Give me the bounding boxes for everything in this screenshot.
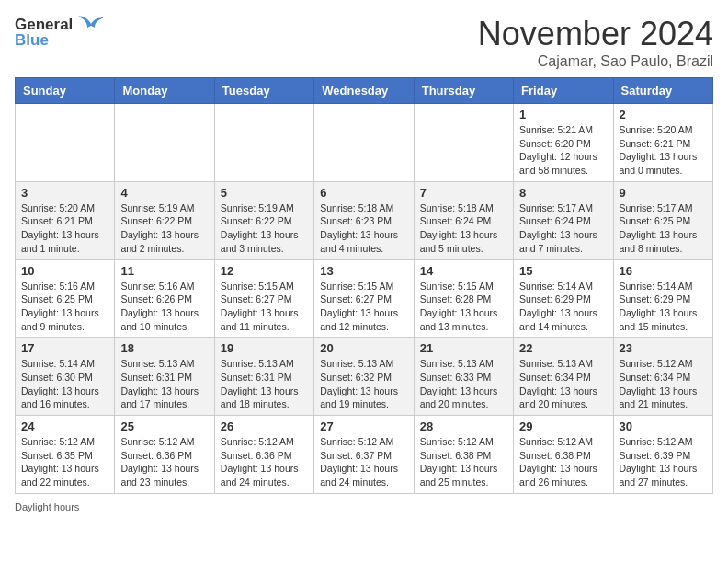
day-info: Sunrise: 5:12 AM Sunset: 6:38 PM Dayligh…	[519, 435, 607, 489]
day-number: 8	[519, 186, 607, 200]
calendar-table: SundayMondayTuesdayWednesdayThursdayFrid…	[15, 77, 713, 494]
day-number: 2	[620, 108, 707, 121]
week-row-1: 3Sunrise: 5:20 AM Sunset: 6:21 PM Daylig…	[16, 181, 713, 259]
day-number: 23	[620, 341, 707, 355]
calendar-cell: 3Sunrise: 5:20 AM Sunset: 6:21 PM Daylig…	[16, 181, 115, 259]
week-row-0: 1Sunrise: 5:21 AM Sunset: 6:20 PM Daylig…	[16, 104, 713, 182]
day-info: Sunrise: 5:12 AM Sunset: 6:36 PM Dayligh…	[120, 435, 208, 489]
day-number: 21	[420, 341, 507, 355]
day-number: 13	[320, 264, 407, 278]
calendar-cell: 18Sunrise: 5:13 AM Sunset: 6:31 PM Dayli…	[115, 338, 214, 416]
day-info: Sunrise: 5:20 AM Sunset: 6:21 PM Dayligh…	[620, 123, 707, 178]
calendar-cell: 13Sunrise: 5:15 AM Sunset: 6:27 PM Dayli…	[314, 259, 414, 338]
calendar-cell: 21Sunrise: 5:13 AM Sunset: 6:33 PM Dayli…	[414, 338, 513, 416]
day-info: Sunrise: 5:12 AM Sunset: 6:38 PM Dayligh…	[420, 435, 507, 489]
day-number: 16	[620, 264, 707, 278]
day-info: Sunrise: 5:13 AM Sunset: 6:31 PM Dayligh…	[120, 357, 208, 411]
day-info: Sunrise: 5:17 AM Sunset: 6:24 PM Dayligh…	[519, 201, 607, 256]
day-info: Sunrise: 5:15 AM Sunset: 6:28 PM Dayligh…	[420, 280, 507, 334]
calendar-cell: 6Sunrise: 5:18 AM Sunset: 6:23 PM Daylig…	[314, 181, 414, 259]
calendar-cell: 8Sunrise: 5:17 AM Sunset: 6:24 PM Daylig…	[514, 181, 613, 259]
logo: General Blue	[15, 15, 106, 50]
header-thursday: Thursday	[414, 78, 513, 104]
day-info: Sunrise: 5:19 AM Sunset: 6:22 PM Dayligh…	[221, 201, 308, 256]
calendar-cell: 30Sunrise: 5:12 AM Sunset: 6:39 PM Dayli…	[613, 416, 712, 494]
day-info: Sunrise: 5:13 AM Sunset: 6:31 PM Dayligh…	[221, 357, 308, 411]
day-number: 30	[620, 419, 707, 433]
calendar-cell: 16Sunrise: 5:14 AM Sunset: 6:29 PM Dayli…	[613, 259, 712, 338]
title-area: November 2024 Cajamar, Sao Paulo, Brazil	[478, 15, 713, 70]
day-number: 22	[519, 341, 607, 355]
day-number: 11	[120, 264, 208, 278]
day-number: 4	[120, 186, 208, 200]
calendar-cell: 2Sunrise: 5:20 AM Sunset: 6:21 PM Daylig…	[613, 104, 712, 182]
calendar-cell	[115, 104, 214, 182]
calendar-cell: 26Sunrise: 5:12 AM Sunset: 6:36 PM Dayli…	[214, 416, 313, 494]
header-monday: Monday	[115, 78, 214, 104]
day-info: Sunrise: 5:15 AM Sunset: 6:27 PM Dayligh…	[221, 280, 308, 334]
calendar-cell: 10Sunrise: 5:16 AM Sunset: 6:25 PM Dayli…	[16, 259, 115, 338]
day-number: 25	[120, 419, 208, 433]
calendar-cell: 29Sunrise: 5:12 AM Sunset: 6:38 PM Dayli…	[514, 416, 613, 494]
day-info: Sunrise: 5:12 AM Sunset: 6:39 PM Dayligh…	[620, 435, 707, 489]
day-info: Sunrise: 5:18 AM Sunset: 6:23 PM Dayligh…	[320, 201, 407, 256]
day-info: Sunrise: 5:13 AM Sunset: 6:34 PM Dayligh…	[519, 357, 607, 411]
day-number: 14	[420, 264, 507, 278]
day-info: Sunrise: 5:14 AM Sunset: 6:30 PM Dayligh…	[21, 357, 108, 411]
header-sunday: Sunday	[16, 78, 115, 104]
calendar-cell	[314, 104, 414, 182]
day-info: Sunrise: 5:15 AM Sunset: 6:27 PM Dayligh…	[320, 280, 407, 334]
calendar-cell	[414, 104, 513, 182]
day-number: 3	[21, 186, 108, 200]
day-info: Sunrise: 5:14 AM Sunset: 6:29 PM Dayligh…	[519, 280, 607, 334]
day-number: 1	[519, 108, 607, 121]
day-number: 26	[221, 419, 308, 433]
day-number: 15	[519, 264, 607, 278]
calendar-cell: 9Sunrise: 5:17 AM Sunset: 6:25 PM Daylig…	[613, 181, 712, 259]
day-info: Sunrise: 5:14 AM Sunset: 6:29 PM Dayligh…	[620, 280, 707, 334]
header-saturday: Saturday	[613, 78, 712, 104]
day-info: Sunrise: 5:13 AM Sunset: 6:32 PM Dayligh…	[320, 357, 407, 411]
day-info: Sunrise: 5:12 AM Sunset: 6:36 PM Dayligh…	[221, 435, 308, 489]
footer: Daylight hours	[15, 501, 713, 512]
day-info: Sunrise: 5:13 AM Sunset: 6:33 PM Dayligh…	[420, 357, 507, 411]
day-number: 9	[620, 186, 707, 200]
day-number: 12	[221, 264, 308, 278]
calendar-cell: 28Sunrise: 5:12 AM Sunset: 6:38 PM Dayli…	[414, 416, 513, 494]
calendar-cell	[214, 104, 313, 182]
day-number: 6	[320, 186, 407, 200]
calendar-cell: 23Sunrise: 5:12 AM Sunset: 6:34 PM Dayli…	[613, 338, 712, 416]
header-friday: Friday	[514, 78, 613, 104]
header-tuesday: Tuesday	[214, 78, 313, 104]
calendar-cell: 17Sunrise: 5:14 AM Sunset: 6:30 PM Dayli…	[16, 338, 115, 416]
calendar-cell: 15Sunrise: 5:14 AM Sunset: 6:29 PM Dayli…	[514, 259, 613, 338]
calendar-cell	[16, 104, 115, 182]
calendar-cell: 25Sunrise: 5:12 AM Sunset: 6:36 PM Dayli…	[115, 416, 214, 494]
day-number: 17	[21, 341, 108, 355]
day-number: 10	[21, 264, 108, 278]
calendar-cell: 11Sunrise: 5:16 AM Sunset: 6:26 PM Dayli…	[115, 259, 214, 338]
calendar-header-row: SundayMondayTuesdayWednesdayThursdayFrid…	[16, 78, 713, 104]
day-info: Sunrise: 5:20 AM Sunset: 6:21 PM Dayligh…	[21, 201, 108, 256]
calendar-cell: 4Sunrise: 5:19 AM Sunset: 6:22 PM Daylig…	[115, 181, 214, 259]
day-number: 24	[21, 419, 108, 433]
calendar-cell: 27Sunrise: 5:12 AM Sunset: 6:37 PM Dayli…	[314, 416, 414, 494]
week-row-4: 24Sunrise: 5:12 AM Sunset: 6:35 PM Dayli…	[16, 416, 713, 494]
day-number: 18	[120, 341, 208, 355]
week-row-3: 17Sunrise: 5:14 AM Sunset: 6:30 PM Dayli…	[16, 338, 713, 416]
day-number: 5	[221, 186, 308, 200]
day-info: Sunrise: 5:17 AM Sunset: 6:25 PM Dayligh…	[620, 201, 707, 256]
header-wednesday: Wednesday	[314, 78, 414, 104]
week-row-2: 10Sunrise: 5:16 AM Sunset: 6:25 PM Dayli…	[16, 259, 713, 338]
day-info: Sunrise: 5:18 AM Sunset: 6:24 PM Dayligh…	[420, 201, 507, 256]
daylight-label: Daylight hours	[15, 501, 79, 512]
day-number: 28	[420, 419, 507, 433]
day-number: 20	[320, 341, 407, 355]
day-info: Sunrise: 5:12 AM Sunset: 6:35 PM Dayligh…	[21, 435, 108, 489]
month-title: November 2024	[478, 15, 713, 53]
calendar-cell: 5Sunrise: 5:19 AM Sunset: 6:22 PM Daylig…	[214, 181, 313, 259]
calendar-cell: 1Sunrise: 5:21 AM Sunset: 6:20 PM Daylig…	[514, 104, 613, 182]
day-info: Sunrise: 5:12 AM Sunset: 6:37 PM Dayligh…	[320, 435, 407, 489]
day-info: Sunrise: 5:12 AM Sunset: 6:34 PM Dayligh…	[620, 357, 707, 411]
location: Cajamar, Sao Paulo, Brazil	[478, 53, 713, 70]
